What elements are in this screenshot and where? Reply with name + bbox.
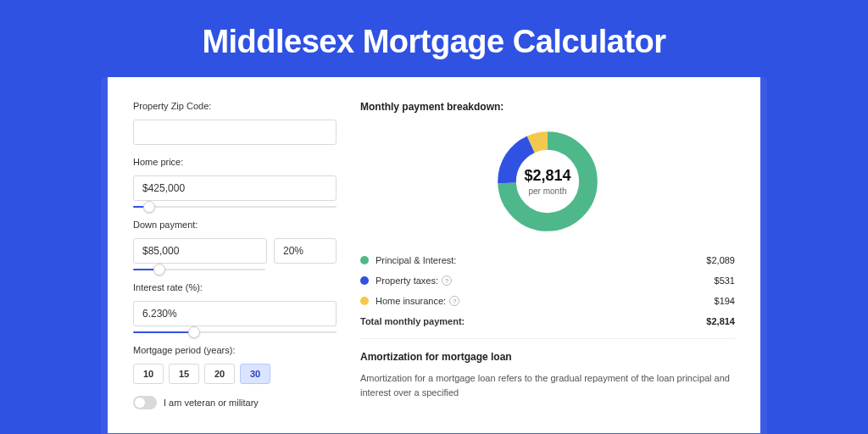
breakdown-legend: Principal & Interest:$2,089Property taxe… (360, 255, 735, 326)
page-title: Middlesex Mortgage Calculator (0, 0, 868, 77)
zip-input[interactable] (133, 120, 337, 145)
price-slider-thumb[interactable] (143, 201, 155, 213)
rate-input[interactable] (133, 301, 337, 326)
legend-row-2: Home insurance:?$194 (360, 296, 735, 306)
calculator-card: Property Zip Code: Home price: Down paym… (108, 77, 760, 433)
period-group: Mortgage period (years): 10152030 (133, 345, 337, 384)
veteran-label: I am veteran or military (164, 398, 259, 408)
price-input[interactable] (133, 175, 337, 201)
down-slider[interactable] (133, 269, 265, 270)
price-label: Home price: (133, 157, 337, 167)
down-group: Down payment: (133, 220, 337, 270)
rate-label: Interest rate (%): (133, 282, 337, 292)
legend-label: Home insurance:? (376, 296, 715, 306)
donut-value: $2,814 (524, 167, 570, 185)
form-panel: Property Zip Code: Home price: Down paym… (133, 101, 337, 433)
legend-label: Principal & Interest: (376, 255, 706, 265)
rate-slider-fill (133, 331, 194, 333)
legend-total-label: Total monthly payment: (360, 316, 706, 326)
legend-dot-icon (360, 297, 369, 305)
down-percent-input[interactable] (274, 238, 337, 264)
period-option-15[interactable]: 15 (169, 364, 199, 384)
legend-dot-icon (360, 276, 369, 285)
amortization-title: Amortization for mortgage loan (360, 351, 735, 363)
period-option-10[interactable]: 10 (133, 364, 164, 384)
legend-total-row: Total monthly payment:$2,814 (360, 316, 735, 326)
down-label: Down payment: (133, 220, 337, 230)
donut-sub: per month (528, 186, 566, 196)
info-icon[interactable]: ? (442, 275, 452, 286)
zip-label: Property Zip Code: (133, 101, 337, 111)
down-amount-input[interactable] (133, 238, 267, 264)
rate-slider-thumb[interactable] (188, 326, 200, 338)
veteran-toggle[interactable] (133, 396, 157, 409)
amortization-body: Amortization for a mortgage loan refers … (360, 371, 735, 399)
price-slider[interactable] (133, 206, 337, 208)
donut-chart: $2,814 per month (492, 126, 603, 236)
period-options: 10152030 (133, 364, 337, 384)
card-outer: Property Zip Code: Home price: Down paym… (101, 77, 767, 434)
rate-slider[interactable] (133, 331, 337, 333)
legend-row-1: Property taxes:?$531 (360, 275, 735, 286)
donut-center: $2,814 per month (492, 126, 603, 236)
legend-value: $531 (715, 275, 735, 286)
breakdown-panel: Monthly payment breakdown: $2,814 per mo… (360, 101, 735, 433)
donut-wrap: $2,814 per month (360, 121, 735, 250)
down-slider-thumb[interactable] (153, 264, 165, 275)
price-group: Home price: (133, 157, 337, 208)
legend-row-0: Principal & Interest:$2,089 (360, 255, 735, 265)
legend-dot-icon (360, 256, 369, 264)
legend-value: $2,089 (706, 255, 735, 265)
veteran-row: I am veteran or military (133, 396, 337, 409)
divider (360, 338, 735, 339)
legend-label: Property taxes:? (376, 275, 715, 286)
breakdown-title: Monthly payment breakdown: (360, 101, 735, 113)
info-icon[interactable]: ? (449, 296, 459, 306)
legend-value: $194 (715, 296, 735, 306)
period-label: Mortgage period (years): (133, 345, 337, 355)
zip-group: Property Zip Code: (133, 101, 337, 145)
legend-total-value: $2,814 (706, 316, 735, 326)
period-option-30[interactable]: 30 (240, 364, 270, 384)
period-option-20[interactable]: 20 (204, 364, 235, 384)
rate-group: Interest rate (%): (133, 282, 337, 333)
